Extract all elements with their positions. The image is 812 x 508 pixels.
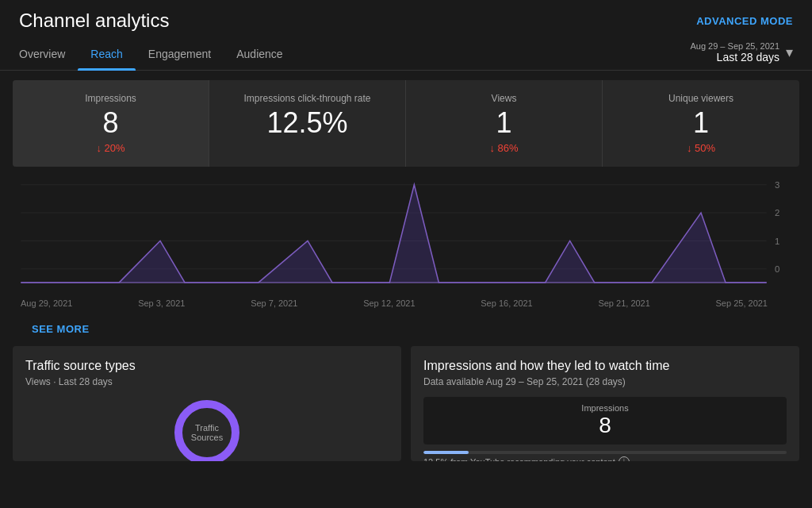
donut-label: TrafficSources [191, 423, 223, 442]
chart-svg: 3 2 1 0 [13, 176, 799, 295]
progress-bar-bg [423, 451, 787, 454]
impressions-big-block: Impressions 8 [423, 397, 787, 444]
svg-text:3: 3 [775, 180, 779, 190]
metric-card-views[interactable]: Views 1 ↓ 86% [406, 80, 603, 167]
date-range-selector[interactable]: Aug 29 – Sep 25, 2021 Last 28 days ▾ [690, 41, 793, 70]
metric-card-impressions[interactable]: Impressions 8 ↓ 20% [13, 80, 209, 167]
advanced-mode-button[interactable]: ADVANCED MODE [696, 15, 793, 27]
impressions-change: ↓ 20% [29, 142, 193, 154]
see-more-row: SEE MORE [0, 319, 812, 338]
impressions-value: 8 [29, 109, 193, 137]
donut-chart: TrafficSources [171, 397, 243, 461]
see-more-button[interactable]: SEE MORE [13, 318, 109, 340]
progress-bar-fill [423, 451, 469, 454]
unique-viewers-change: ↓ 50% [619, 142, 783, 154]
impressions-card-content: Impressions 8 12.5% from YouTube recomme… [423, 397, 787, 461]
nav-tabs-bar: Overview Reach Engagement Audience Aug 2… [0, 38, 812, 71]
impressions-label: Impressions [29, 93, 193, 104]
progress-bar-row: 12.5% from YouTube recommending your con… [423, 451, 787, 461]
x-label-2: Sep 3, 2021 [138, 298, 185, 308]
info-icon[interactable]: i [619, 456, 630, 461]
traffic-sources-title: Traffic source types [25, 359, 389, 373]
chart-x-labels: Aug 29, 2021 Sep 3, 2021 Sep 7, 2021 Sep… [13, 295, 799, 308]
traffic-source-content: TrafficSources [25, 397, 389, 461]
header: Channel analytics ADVANCED MODE [0, 0, 812, 38]
chevron-down-icon: ▾ [786, 44, 793, 61]
x-label-1: Aug 29, 2021 [21, 298, 72, 308]
x-label-5: Sep 16, 2021 [481, 298, 532, 308]
traffic-sources-card: Traffic source types Views · Last 28 day… [13, 346, 401, 461]
chart-container: 3 2 1 0 [13, 176, 799, 295]
svg-text:2: 2 [775, 208, 779, 217]
progress-bar-label: 12.5% from YouTube recommending your con… [423, 456, 787, 461]
date-range-main: Last 28 days [717, 51, 779, 64]
date-range-text: Aug 29 – Sep 25, 2021 Last 28 days [690, 41, 779, 64]
views-value: 1 [422, 109, 586, 137]
chart-section: 3 2 1 0 Aug 29, 2021 Sep 3, 2021 Sep 7, … [13, 176, 799, 319]
impressions-inner-label: Impressions [581, 403, 628, 413]
impressions-watch-card: Impressions and how they led to watch ti… [411, 346, 799, 461]
bottom-row: Traffic source types Views · Last 28 day… [13, 346, 799, 461]
views-change: ↓ 86% [422, 142, 586, 154]
metric-card-ctr[interactable]: Impressions click-through rate 12.5% [209, 80, 406, 167]
views-label: Views [422, 93, 586, 104]
date-range-sub: Aug 29 – Sep 25, 2021 [690, 41, 779, 51]
tab-reach[interactable]: Reach [78, 38, 135, 70]
unique-viewers-value: 1 [619, 109, 783, 137]
x-label-4: Sep 12, 2021 [363, 298, 415, 308]
unique-viewers-label: Unique viewers [619, 93, 783, 104]
page-title: Channel analytics [19, 10, 169, 32]
metrics-row: Impressions 8 ↓ 20% Impressions click-th… [13, 80, 799, 167]
x-label-3: Sep 7, 2021 [251, 298, 297, 308]
impressions-inner-value: 8 [599, 413, 611, 438]
tab-engagement[interactable]: Engagement [136, 38, 224, 70]
ctr-value: 12.5% [225, 109, 389, 137]
impressions-watch-subtitle: Data available Aug 29 – Sep 25, 2021 (28… [423, 376, 787, 387]
bar-label-text: 12.5% from YouTube recommending your con… [423, 457, 615, 461]
ctr-label: Impressions click-through rate [225, 93, 389, 104]
impressions-watch-title: Impressions and how they led to watch ti… [423, 359, 787, 373]
traffic-sources-subtitle: Views · Last 28 days [25, 376, 389, 387]
svg-text:0: 0 [775, 264, 779, 274]
svg-text:1: 1 [775, 237, 779, 246]
x-label-7: Sep 25, 2021 [716, 298, 768, 308]
x-label-6: Sep 21, 2021 [598, 298, 649, 308]
tab-audience[interactable]: Audience [224, 38, 295, 70]
tab-overview[interactable]: Overview [19, 38, 78, 70]
metric-card-unique-viewers[interactable]: Unique viewers 1 ↓ 50% [603, 80, 799, 167]
